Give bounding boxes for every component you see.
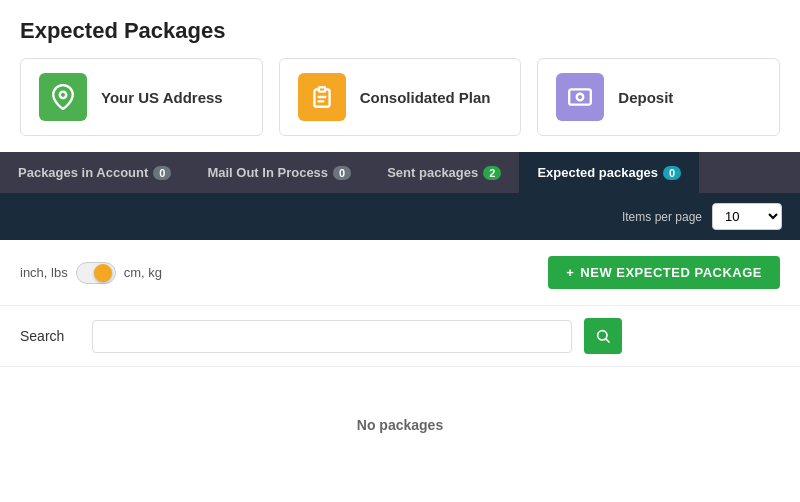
clipboard-icon [298,73,346,121]
tab-sent-packages[interactable]: Sent packages 2 [369,152,519,193]
svg-rect-4 [570,89,592,104]
deposit-label: Deposit [618,89,673,106]
tab-badge-packages-in-account: 0 [153,166,171,180]
items-per-page-label: Items per page [622,210,702,224]
card-deposit[interactable]: Deposit [537,58,780,136]
cards-row: Your US Address Consolidated Plan De [0,58,800,152]
search-input[interactable] [92,320,572,353]
tab-packages-in-account[interactable]: Packages in Account 0 [0,152,189,193]
items-per-page-select[interactable]: 10 25 50 100 [712,203,782,230]
tabs-bar: Packages in Account 0 Mail Out In Proces… [0,152,800,193]
unit-toggle-switch[interactable] [76,262,116,284]
search-icon [595,328,611,344]
us-address-label: Your US Address [101,89,223,106]
tab-badge-expected: 0 [663,166,681,180]
svg-point-0 [60,92,67,99]
card-consolidated-plan[interactable]: Consolidated Plan [279,58,522,136]
new-pkg-label: NEW EXPECTED PACKAGE [580,265,762,280]
tab-badge-sent: 2 [483,166,501,180]
new-expected-package-button[interactable]: + NEW EXPECTED PACKAGE [548,256,780,289]
toggle-thumb [94,264,112,282]
tab-badge-mail-out: 0 [333,166,351,180]
svg-rect-1 [318,87,325,91]
search-button[interactable] [584,318,622,354]
empty-message: No packages [357,417,443,433]
new-pkg-icon: + [566,265,574,280]
location-icon [39,73,87,121]
controls-row: inch, lbs cm, kg + NEW EXPECTED PACKAGE [0,240,800,306]
consolidated-plan-label: Consolidated Plan [360,89,491,106]
search-label: Search [20,328,80,344]
unit-toggle: inch, lbs cm, kg [20,262,162,284]
svg-point-5 [577,94,584,101]
card-us-address[interactable]: Your US Address [20,58,263,136]
items-per-page-bar: Items per page 10 25 50 100 [0,193,800,240]
svg-line-7 [606,339,609,342]
tab-mail-out-in-process[interactable]: Mail Out In Process 0 [189,152,369,193]
search-row: Search [0,306,800,367]
page-title: Expected Packages [0,0,800,58]
unit-cm-label: cm, kg [124,265,162,280]
tab-expected-packages[interactable]: Expected packages 0 [519,152,699,193]
unit-inch-label: inch, lbs [20,265,68,280]
empty-state: No packages [0,367,800,483]
content-area: Items per page 10 25 50 100 inch, lbs cm… [0,193,800,483]
dollar-icon [556,73,604,121]
